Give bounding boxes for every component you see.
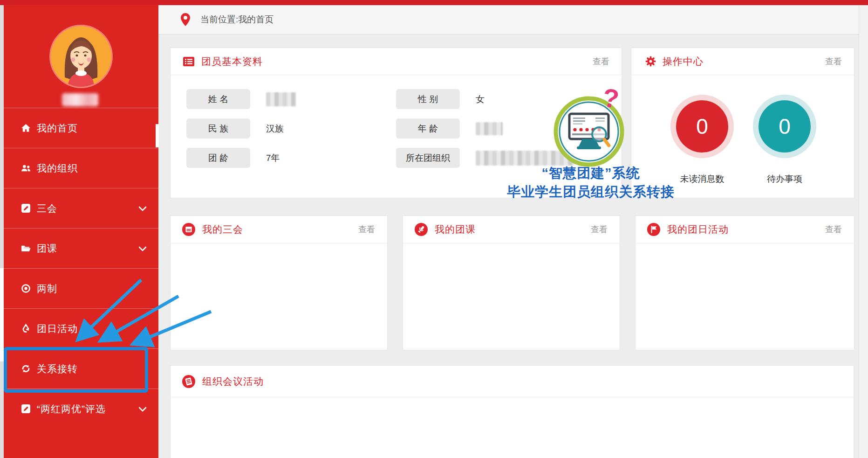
avatar[interactable] bbox=[51, 26, 111, 87]
member-info-view-link[interactable]: 查看 bbox=[593, 56, 609, 67]
my-tuanri-card: 我的团日活动 查看 bbox=[635, 215, 854, 350]
sidebar-item-tuanri-activity[interactable]: 团日活动 bbox=[4, 308, 158, 348]
my-sanhui-view-link[interactable]: 查看 bbox=[358, 224, 375, 235]
my-sanhui-title: 我的三会 bbox=[202, 223, 243, 236]
action-center-view-link[interactable]: 查看 bbox=[825, 56, 842, 67]
gear-icon bbox=[645, 56, 656, 67]
unread-messages-counter[interactable]: 0 bbox=[670, 95, 734, 158]
action-center-header: 操作中心 查看 bbox=[631, 48, 854, 75]
my-tuanri-title: 我的团日活动 bbox=[667, 223, 729, 236]
recycle-icon bbox=[21, 324, 31, 334]
user-name-blurred bbox=[62, 93, 98, 106]
field-label-gender: 性 别 bbox=[396, 89, 460, 109]
left-scrollbar-thumb[interactable] bbox=[0, 268, 4, 361]
field-value-gender: 女 bbox=[476, 89, 485, 109]
sidebar-item-relationship-transfer[interactable]: 关系接转 bbox=[4, 348, 158, 389]
users-icon bbox=[21, 163, 31, 173]
sidebar-item-lianghong-liangyou[interactable]: “两红两优”评选 bbox=[4, 389, 158, 429]
flag-icon bbox=[647, 222, 661, 236]
member-info-header: 团员基本资料 查看 bbox=[171, 48, 622, 75]
sidebar-nav: 我的首页 我的组织 三会 团课 两制 bbox=[4, 108, 158, 429]
home-icon bbox=[21, 123, 31, 133]
todo-items-counter[interactable]: 0 bbox=[753, 95, 816, 158]
action-center-card: 操作中心 查看 0 0 未读消息数 待办事项 bbox=[631, 48, 854, 198]
blurred-value bbox=[266, 92, 296, 106]
field-label-age: 年 龄 bbox=[396, 118, 460, 139]
list-icon bbox=[183, 56, 195, 68]
org-meetings-title: 组织会议活动 bbox=[202, 375, 264, 388]
folder-open-icon bbox=[21, 243, 31, 254]
field-value-league-age: 7年 bbox=[266, 148, 280, 168]
my-tuanri-header: 我的团日活动 查看 bbox=[636, 216, 854, 243]
sidebar-item-organization[interactable]: 我的组织 bbox=[4, 148, 158, 188]
my-sanhui-header: 我的三会 查看 bbox=[171, 216, 387, 243]
avatar-illustration bbox=[51, 26, 111, 87]
field-label-organization: 所在团组织 bbox=[396, 148, 460, 168]
chevron-down-icon bbox=[139, 205, 146, 211]
document-icon bbox=[182, 375, 196, 389]
sidebar-scroll-indicator bbox=[156, 124, 159, 147]
field-label-league-age: 团 龄 bbox=[186, 148, 250, 168]
field-value-ethnicity: 汉族 bbox=[266, 118, 284, 139]
sidebar-item-home[interactable]: 我的首页 bbox=[4, 108, 158, 148]
my-tuanri-view-link[interactable]: 查看 bbox=[825, 224, 842, 235]
sync-icon bbox=[21, 364, 31, 374]
chevron-down-icon bbox=[139, 245, 146, 251]
sidebar-item-liangzhi[interactable]: 两制 bbox=[4, 268, 158, 308]
unread-messages-count: 0 bbox=[676, 100, 728, 153]
my-tuanke-card: 我的团课 查看 bbox=[403, 215, 620, 350]
org-meetings-header: 组织会议活动 bbox=[171, 366, 854, 397]
org-meetings-card: 组织会议活动 bbox=[170, 365, 854, 458]
left-scrollbar[interactable] bbox=[0, 5, 4, 458]
unread-messages-label: 未读消息数 bbox=[656, 173, 749, 185]
action-center-title: 操作中心 bbox=[663, 55, 704, 68]
field-value-organization bbox=[476, 148, 574, 168]
my-tuanke-header: 我的团课 查看 bbox=[403, 216, 620, 243]
todo-items-label: 待办事项 bbox=[738, 173, 831, 185]
todo-items-count: 0 bbox=[759, 100, 811, 153]
field-label-ethnicity: 民 族 bbox=[186, 118, 250, 139]
blurred-value bbox=[476, 122, 503, 135]
top-red-bar bbox=[0, 0, 868, 5]
field-value-age bbox=[476, 118, 503, 139]
breadcrumb: 当前位置:我的首页 bbox=[158, 5, 868, 35]
breadcrumb-text: 当前位置:我的首页 bbox=[200, 14, 273, 26]
pencil-square-icon bbox=[21, 404, 31, 414]
sidebar-item-tuanke[interactable]: 团课 bbox=[4, 228, 158, 268]
sidebar-item-sanhui[interactable]: 三会 bbox=[4, 188, 158, 228]
field-label-name: 姓 名 bbox=[186, 89, 250, 109]
pencil-square-icon bbox=[21, 203, 31, 214]
member-info-card: 团员基本资料 查看 姓 名 性 别 女 民 族 汉族 年 龄 团 龄 7年 所在… bbox=[170, 48, 622, 198]
page: { "breadcrumb": { "label": "当前位置:我的首页" }… bbox=[0, 0, 868, 458]
right-page-margin bbox=[859, 5, 868, 458]
field-value-name bbox=[266, 89, 296, 109]
my-tuanke-view-link[interactable]: 查看 bbox=[591, 224, 608, 235]
microphone-icon bbox=[414, 222, 428, 236]
my-tuanke-title: 我的团课 bbox=[435, 223, 476, 236]
chevron-down-icon bbox=[139, 406, 146, 411]
calendar-icon bbox=[182, 222, 196, 236]
my-sanhui-card: 我的三会 查看 bbox=[170, 215, 388, 350]
member-info-title: 团员基本资料 bbox=[201, 55, 263, 68]
dot-circle-icon bbox=[21, 284, 31, 294]
blurred-value bbox=[476, 151, 574, 166]
sidebar: 我的首页 我的组织 三会 团课 两制 bbox=[4, 5, 158, 458]
location-pin-icon bbox=[181, 13, 190, 26]
